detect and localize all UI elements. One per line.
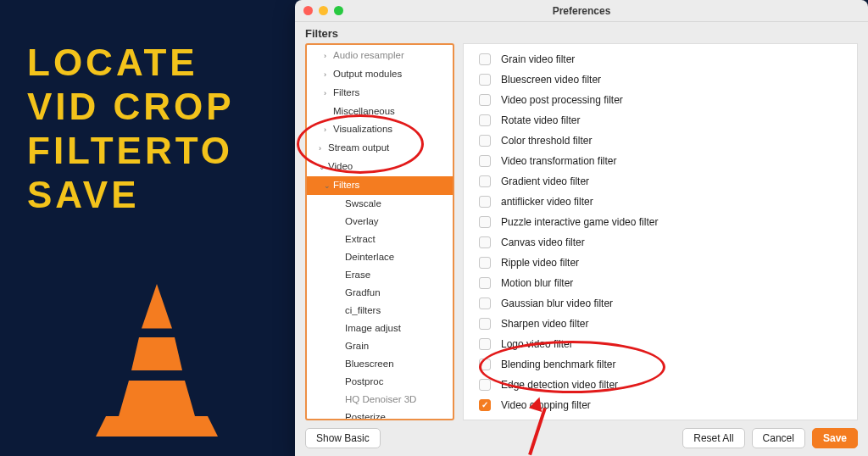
footer-bar: Show Basic Reset All Cancel Save — [295, 420, 868, 456]
filter-label: Logo video filter — [501, 336, 573, 353]
tree-item[interactable]: Grain — [307, 337, 453, 355]
tree-item[interactable]: Deinterlace — [307, 248, 453, 266]
tree-item-label: Miscellaneous — [333, 106, 395, 116]
filter-checkbox[interactable] — [479, 74, 491, 86]
promo-line-2: VID CROP — [27, 85, 290, 129]
filter-checkbox[interactable] — [479, 135, 491, 147]
filter-label: Puzzle interactive game video filter — [501, 214, 658, 231]
filter-row[interactable]: Canvas video filter — [464, 232, 857, 253]
filter-checkbox[interactable] — [479, 94, 491, 106]
chevron-down-icon: ⌄ — [324, 179, 331, 193]
tree-item[interactable]: ›Audio resampler — [307, 47, 453, 65]
tree-item-label: Erase — [345, 270, 370, 280]
filter-row[interactable]: antiflicker video filter — [464, 192, 857, 212]
filter-checkbox[interactable] — [479, 277, 491, 289]
chevron-right-icon: › — [319, 142, 326, 156]
promo-line-4: SAVE — [27, 173, 290, 217]
tree-item-label: Deinterlace — [345, 252, 394, 262]
filter-checkbox[interactable] — [479, 114, 491, 126]
filter-checkbox[interactable] — [479, 399, 491, 411]
filter-checkbox[interactable] — [479, 257, 491, 269]
tree-item[interactable]: Image adjust — [307, 320, 453, 337]
tree-item[interactable]: Posterize — [307, 409, 453, 419]
close-window-button[interactable] — [303, 6, 313, 15]
filter-row[interactable]: Edge detection video filter — [464, 375, 857, 395]
tree-item-label: Postproc — [345, 376, 383, 386]
filter-row[interactable]: Video post processing filter — [464, 90, 857, 110]
filter-row[interactable]: Logo video filter — [464, 334, 857, 354]
chevron-right-icon: › — [324, 86, 331, 101]
filter-row[interactable]: Gaussian blur video filter — [464, 293, 857, 314]
filter-label: Bluescreen video filter — [501, 71, 601, 88]
filter-row[interactable]: Blending benchmark filter — [464, 354, 857, 375]
zoom-window-button[interactable] — [334, 6, 343, 15]
tree-item[interactable]: Miscellaneous — [307, 103, 453, 120]
tree-item[interactable]: Swscale — [307, 195, 453, 213]
tree-item[interactable]: Gradfun — [307, 284, 453, 302]
tree-item-label: Image adjust — [345, 323, 401, 333]
filter-checkbox[interactable] — [479, 53, 491, 65]
tree-item[interactable]: Bluescreen — [307, 355, 453, 373]
chevron-right-icon: › — [324, 49, 331, 64]
cancel-button[interactable]: Cancel — [752, 428, 805, 448]
promo-line-3: FILTERTO — [27, 129, 290, 173]
filter-row[interactable]: Color threshold filter — [464, 131, 857, 151]
filter-checkbox[interactable] — [479, 175, 491, 187]
tree-item-label: Swscale — [345, 198, 381, 209]
tree-item[interactable]: Overlay — [307, 213, 453, 231]
filter-checkbox[interactable] — [479, 216, 491, 228]
filter-checkbox[interactable] — [479, 379, 491, 391]
minimize-window-button[interactable] — [319, 6, 328, 15]
tree-item[interactable]: ›Stream output — [307, 139, 453, 158]
filter-row[interactable]: Video transformation filter — [464, 151, 857, 171]
save-button[interactable]: Save — [812, 428, 858, 448]
window-title: Preferences — [295, 5, 868, 17]
filter-label: Gradient video filter — [501, 173, 589, 190]
tree-item[interactable]: HQ Denoiser 3D — [307, 391, 453, 409]
filter-label: antiflicker video filter — [501, 193, 593, 210]
filter-row[interactable]: Video cropping filter — [464, 395, 857, 415]
filter-row[interactable]: Rotate video filter — [464, 110, 857, 131]
tree-item[interactable]: Extract — [307, 231, 453, 248]
tree-item-label: Video — [328, 161, 353, 171]
filter-label: Motion blur filter — [501, 275, 573, 292]
tree-item[interactable]: ›Filters — [307, 84, 453, 103]
tree-item-label: Output modules — [333, 69, 402, 79]
filter-row[interactable]: Grain video filter — [464, 49, 857, 70]
tree-item[interactable]: Erase — [307, 266, 453, 284]
tree-item-label: Grain — [345, 341, 369, 351]
category-tree[interactable]: ›Audio resampler›Output modules›FiltersM… — [307, 45, 453, 419]
vlc-cone-icon — [93, 280, 220, 441]
filter-row[interactable]: Puzzle interactive game video filter — [464, 212, 857, 232]
filter-checklist[interactable]: Grain video filterBluescreen video filte… — [463, 43, 858, 420]
filter-row[interactable]: Ripple video filter — [464, 253, 857, 273]
filter-checkbox[interactable] — [479, 196, 491, 208]
filter-label: Grain video filter — [501, 51, 575, 68]
filter-checkbox[interactable] — [479, 318, 491, 330]
filter-row[interactable]: Sharpen video filter — [464, 314, 857, 334]
filter-label: Rotate video filter — [501, 112, 580, 129]
filter-row[interactable]: Bluescreen video filter — [464, 70, 857, 90]
show-basic-button[interactable]: Show Basic — [305, 428, 381, 448]
filter-label: Video post processing filter — [501, 92, 623, 108]
tree-item-label: HQ Denoiser 3D — [345, 394, 416, 404]
tree-item[interactable]: ci_filters — [307, 302, 453, 320]
tree-item[interactable]: ⌄Video — [307, 158, 453, 176]
tree-item[interactable]: Postproc — [307, 373, 453, 391]
filter-checkbox[interactable] — [479, 359, 491, 370]
filter-checkbox[interactable] — [479, 298, 491, 309]
filter-row[interactable]: Motion blur filter — [464, 273, 857, 293]
filter-checkbox[interactable] — [479, 338, 491, 350]
tree-item[interactable]: ›Visualizations — [307, 120, 453, 139]
tree-item-label: Filters — [333, 87, 359, 97]
filter-label: Blending benchmark filter — [501, 356, 615, 373]
filter-label: Edge detection video filter — [501, 376, 618, 393]
filter-checkbox[interactable] — [479, 155, 491, 167]
filter-checkbox[interactable] — [479, 236, 491, 248]
tree-item[interactable]: ›Output modules — [307, 65, 453, 84]
reset-all-button[interactable]: Reset All — [682, 428, 744, 448]
filter-label: Canvas video filter — [501, 234, 585, 251]
filter-label: Ripple video filter — [501, 254, 579, 271]
filter-row[interactable]: Gradient video filter — [464, 171, 857, 192]
tree-item[interactable]: ⌄Filters — [307, 176, 453, 195]
